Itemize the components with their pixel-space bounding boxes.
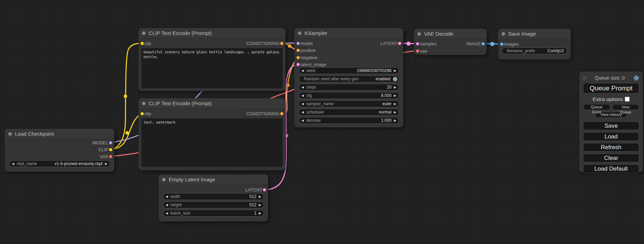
prompt-textarea[interactable]: beautiful scenery nature glass bottle la…: [141, 48, 283, 88]
vae-slot-dot[interactable]: [416, 49, 419, 53]
collapse-dot-icon[interactable]: [298, 31, 301, 35]
decrement-arrow-icon[interactable]: ◀: [299, 92, 306, 99]
drag-handle-icon[interactable]: [583, 76, 586, 80]
conditioning-slot-dot[interactable]: [280, 42, 283, 45]
output-slot-clip[interactable]: CLIP: [98, 147, 114, 152]
node-titlebar[interactable]: Empty Latent Image: [159, 174, 268, 185]
decrement-arrow-icon[interactable]: ◀: [299, 67, 306, 74]
node-clip-text-encode-negative[interactable]: CLIP Text Encode (Prompt) clip CONDITION…: [139, 98, 285, 170]
queue-prompt-button[interactable]: Queue Prompt: [583, 83, 639, 93]
node-titlebar[interactable]: Save Image: [498, 29, 571, 39]
output-slot-conditioning[interactable]: CONDITIONING: [246, 111, 285, 116]
decrement-arrow-icon[interactable]: ◀: [163, 193, 170, 200]
input-slot-samples[interactable]: samples: [414, 41, 436, 46]
latent-slot-dot[interactable]: [416, 42, 419, 45]
prompt-textarea[interactable]: text, watermark: [141, 118, 283, 167]
increment-arrow-icon[interactable]: ▶: [256, 210, 264, 216]
widget-ckpt-name[interactable]: ◀ ckpt_name v1-5-pruned-emaonly.ckpt ▶: [9, 160, 110, 167]
collapse-dot-icon[interactable]: [502, 32, 505, 36]
clip-slot-dot[interactable]: [141, 42, 144, 45]
node-vae-decode[interactable]: VAE Decode samples vae IMAGE: [414, 29, 487, 55]
output-slot-conditioning[interactable]: CONDITIONING: [246, 40, 285, 46]
decrement-arrow-icon[interactable]: ◀: [299, 84, 306, 90]
increment-arrow-icon[interactable]: ▶: [391, 84, 399, 90]
comfyui-canvas[interactable]: { "colors": { "model": "#b39ddb", "clip"…: [0, 0, 644, 244]
input-slot-clip[interactable]: clip: [139, 40, 151, 46]
node-titlebar[interactable]: CLIP Text Encode (Prompt): [139, 98, 285, 109]
toggle-circle-icon[interactable]: [393, 77, 397, 81]
node-clip-text-encode-positive[interactable]: CLIP Text Encode (Prompt) clip CONDITION…: [139, 28, 285, 91]
widget-filename-prefix[interactable]: filename_prefix ComfyUI: [502, 47, 567, 54]
conditioning-slot-dot[interactable]: [297, 49, 300, 52]
output-slot-model[interactable]: MODEL: [92, 140, 114, 145]
image-slot-dot[interactable]: [500, 43, 503, 46]
increment-arrow-icon[interactable]: ▶: [391, 67, 399, 74]
node-titlebar[interactable]: Load Checkpoint: [5, 129, 114, 139]
decrement-arrow-icon[interactable]: ◀: [299, 109, 306, 115]
node-titlebar[interactable]: VAE Decode: [414, 29, 487, 39]
increment-arrow-icon[interactable]: ▶: [256, 193, 264, 200]
extra-options-checkbox[interactable]: [625, 97, 629, 101]
queue-panel[interactable]: Queue size: 0 Queue Prompt Extra options…: [579, 72, 643, 172]
conditioning-slot-dot[interactable]: [280, 112, 283, 115]
queue-front-button[interactable]: Queue Front: [583, 104, 610, 110]
output-slot-latent[interactable]: LATENT: [380, 40, 403, 46]
decrement-arrow-icon[interactable]: ◀: [9, 161, 17, 167]
load-default-button[interactable]: Load Default: [583, 164, 639, 173]
image-slot-dot[interactable]: [482, 42, 485, 45]
widget-cfg[interactable]: ◀ cfg 8.000 ▶: [299, 92, 399, 99]
widget-steps[interactable]: ◀ steps 20 ▶: [299, 84, 399, 91]
latent-slot-dot[interactable]: [297, 63, 300, 66]
increment-arrow-icon[interactable]: ▶: [391, 101, 399, 107]
widget-denoise[interactable]: ◀ denoise 1.000 ▶: [299, 117, 399, 124]
increment-arrow-icon[interactable]: ▶: [391, 117, 399, 124]
latent-slot-dot[interactable]: [263, 188, 266, 191]
model-slot-dot[interactable]: [297, 42, 300, 45]
node-titlebar[interactable]: CLIP Text Encode (Prompt): [139, 28, 285, 38]
node-save-image[interactable]: Save Image images filename_prefix ComfyU…: [498, 29, 571, 60]
node-load-checkpoint[interactable]: Load Checkpoint MODEL CLIP VAE ◀ ckpt_na…: [5, 129, 114, 172]
input-slot-negative[interactable]: negative: [294, 55, 317, 60]
node-empty-latent-image[interactable]: Empty Latent Image LATENT ◀ width 512 ▶ …: [159, 174, 268, 222]
increment-arrow-icon[interactable]: ▶: [391, 92, 399, 99]
widget-batch-size[interactable]: ◀ batch_size 1 ▶: [163, 210, 264, 217]
output-slot-image[interactable]: IMAGE: [466, 41, 487, 46]
collapse-dot-icon[interactable]: [8, 132, 12, 136]
increment-arrow-icon[interactable]: ▶: [391, 109, 399, 115]
decrement-arrow-icon[interactable]: ◀: [299, 117, 306, 124]
load-button[interactable]: Load: [583, 132, 639, 141]
settings-gear-icon[interactable]: [633, 75, 639, 81]
decrement-arrow-icon[interactable]: ◀: [163, 210, 170, 216]
clip-slot-dot[interactable]: [109, 148, 112, 151]
model-slot-dot[interactable]: [109, 141, 112, 144]
widget-seed[interactable]: ◀ seed 156680208700286 ▶: [299, 67, 399, 74]
decrement-arrow-icon[interactable]: ◀: [299, 101, 306, 107]
node-ksampler[interactable]: KSampler model positive negative latent_…: [294, 28, 403, 127]
widget-random-seed-toggle[interactable]: Random seed after every gen enabled: [299, 75, 399, 82]
input-slot-clip[interactable]: clip: [139, 111, 151, 116]
widget-sampler-name[interactable]: ◀ sampler_name euler ▶: [299, 100, 399, 107]
conditioning-slot-dot[interactable]: [297, 56, 300, 59]
input-slot-positive[interactable]: positive: [294, 48, 316, 53]
decrement-arrow-icon[interactable]: ◀: [163, 202, 170, 208]
refresh-button[interactable]: Refresh: [583, 143, 639, 152]
save-button[interactable]: Save: [583, 121, 639, 130]
node-titlebar[interactable]: KSampler: [294, 28, 403, 38]
vae-slot-dot[interactable]: [109, 155, 112, 158]
output-slot-latent[interactable]: LATENT: [245, 187, 268, 192]
collapse-dot-icon[interactable]: [142, 31, 145, 35]
input-slot-images[interactable]: images: [498, 41, 519, 47]
widget-width[interactable]: ◀ width 512 ▶: [163, 193, 264, 200]
widget-scheduler[interactable]: ◀ scheduler normal ▶: [299, 109, 399, 116]
input-slot-latent-image[interactable]: latent_image: [294, 62, 326, 67]
collapse-dot-icon[interactable]: [162, 178, 166, 181]
widget-height[interactable]: ◀ height 512 ▶: [163, 201, 264, 208]
output-slot-vae[interactable]: VAE: [100, 154, 114, 159]
collapse-dot-icon[interactable]: [417, 32, 421, 36]
increment-arrow-icon[interactable]: ▶: [103, 161, 110, 167]
clear-button[interactable]: Clear: [583, 154, 639, 162]
input-slot-vae[interactable]: vae: [414, 48, 427, 54]
latent-slot-dot[interactable]: [398, 42, 401, 45]
increment-arrow-icon[interactable]: ▶: [256, 202, 264, 208]
clip-slot-dot[interactable]: [141, 112, 144, 115]
